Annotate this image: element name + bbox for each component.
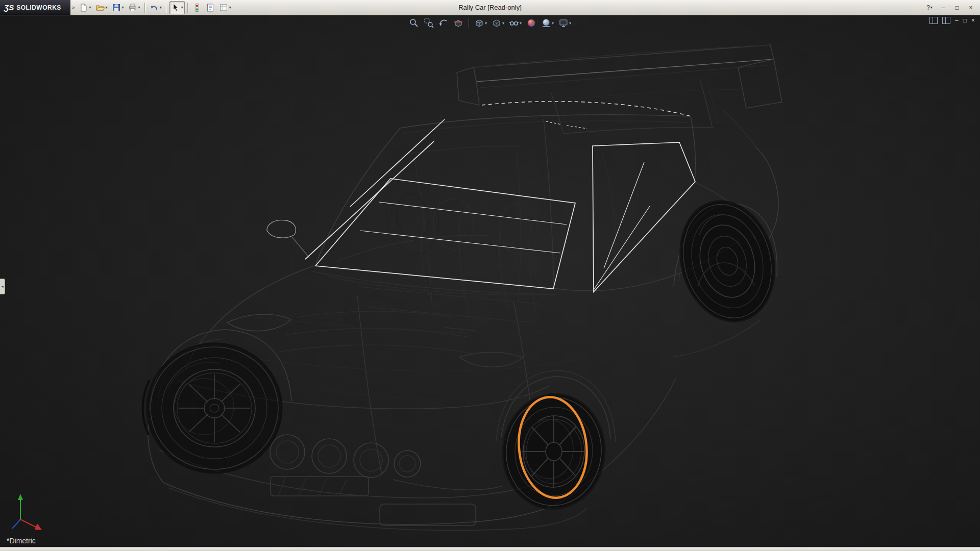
select-cursor-icon	[171, 3, 180, 12]
chevron-down-icon[interactable]: ▾	[89, 6, 91, 10]
open-button[interactable]: ▾	[94, 1, 109, 14]
minimize-button[interactable]: –	[937, 2, 949, 13]
section-view-icon	[453, 18, 463, 28]
document-window-controls: – □ ×	[929, 17, 975, 24]
print-icon	[128, 3, 137, 12]
previous-view-button[interactable]	[437, 17, 450, 29]
orientation-triad	[12, 494, 42, 530]
chevron-down-icon[interactable]: ▾	[552, 21, 554, 26]
status-bar-strip	[0, 547, 980, 551]
new-document-button[interactable]: ▾	[78, 1, 93, 14]
solidworks-brand-text: SOLIDWORKS	[16, 4, 61, 11]
graphics-area[interactable]: ▾ ▾ ▾ ▾ ▾ – □ × ◂ *Dimetric	[0, 0, 980, 551]
previous-view-icon	[438, 18, 449, 28]
rear-wing-wires	[457, 45, 782, 134]
rebuild-button[interactable]	[191, 1, 203, 14]
heads-up-view-toolbar: ▾ ▾ ▾ ▾ ▾	[408, 17, 572, 29]
chevron-down-icon[interactable]: ▾	[502, 21, 504, 26]
help-button[interactable]: ?▾	[923, 2, 936, 13]
flyout-arrow-icon: ◂	[1, 284, 3, 289]
select-button[interactable]: ▾	[169, 1, 185, 14]
front-lamp-pods	[270, 435, 421, 478]
undo-button[interactable]: ▾	[148, 1, 163, 14]
edit-appearance-button[interactable]	[525, 17, 537, 29]
chevron-down-icon: ▾	[930, 5, 933, 10]
view-settings-button[interactable]: ▾	[557, 17, 572, 29]
chevron-down-icon[interactable]: ▾	[229, 6, 231, 10]
display-style-icon	[492, 18, 502, 28]
chevron-down-icon[interactable]: ▾	[122, 6, 124, 10]
featuremanager-flyout-tab[interactable]: ◂	[0, 279, 5, 294]
options-icon	[219, 3, 228, 12]
new-document-icon	[79, 3, 88, 12]
toolbar-overflow-icon[interactable]: »	[72, 5, 75, 10]
zoom-to-fit-button[interactable]	[408, 17, 420, 29]
window-title: Rally Car [Read-only]	[458, 0, 522, 15]
chevron-down-icon[interactable]: ▾	[569, 21, 571, 26]
apply-scene-button[interactable]: ▾	[540, 17, 555, 29]
zoom-to-area-button[interactable]	[423, 17, 435, 29]
solidworks-logo: ƷS SOLIDWORKS	[0, 0, 70, 15]
section-view-button[interactable]	[452, 17, 464, 29]
apply-scene-icon	[541, 18, 551, 28]
chevron-down-icon[interactable]: ▾	[520, 21, 522, 26]
split-pane-horizontal-icon[interactable]	[942, 17, 950, 24]
options-button[interactable]: ▾	[217, 1, 233, 14]
window-controls: ?▾ – □ ×	[923, 0, 977, 15]
chevron-down-icon[interactable]: ▾	[181, 6, 183, 10]
display-style-button[interactable]: ▾	[491, 17, 505, 29]
hide-show-items-button[interactable]: ▾	[508, 17, 523, 29]
rear-left-wheel	[373, 167, 451, 266]
open-icon	[95, 3, 105, 12]
file-properties-button[interactable]	[204, 1, 216, 14]
close-button[interactable]: ×	[965, 2, 977, 13]
document-close-button[interactable]: ×	[971, 17, 975, 23]
rally-car-model-canvas[interactable]	[0, 0, 980, 551]
file-properties-icon	[206, 3, 215, 12]
document-restore-button[interactable]: □	[963, 17, 967, 23]
toolbar-separator	[144, 3, 145, 13]
document-minimize-button[interactable]: –	[955, 17, 959, 23]
view-settings-icon	[558, 18, 569, 28]
interior-wires	[328, 146, 551, 322]
toolbar-separator	[187, 3, 188, 13]
zoom-to-area-icon	[424, 18, 434, 28]
view-orientation-icon	[474, 18, 484, 28]
hide-show-items-icon	[509, 18, 519, 28]
split-pane-icon[interactable]	[929, 17, 938, 24]
zoom-to-fit-icon	[409, 18, 419, 28]
triad-y-arrow	[18, 494, 23, 500]
rebuild-icon	[192, 3, 202, 12]
chevron-down-icon[interactable]: ▾	[160, 6, 162, 10]
undo-icon	[150, 3, 159, 12]
front-right-wheel	[498, 390, 610, 514]
toolbar-separator	[469, 18, 469, 28]
rear-right-wheel	[667, 190, 788, 332]
view-orientation-label: *Dimetric	[7, 537, 36, 545]
print-button[interactable]: ▾	[127, 1, 142, 14]
help-icon: ?	[926, 4, 930, 11]
chevron-down-icon[interactable]: ▾	[106, 6, 108, 10]
chevron-down-icon[interactable]: ▾	[485, 21, 487, 26]
toolbar-separator	[166, 3, 167, 13]
title-bar: ƷS SOLIDWORKS » ▾ ▾ ▾ ▾ ▾ ▾ ▾ Rally Car …	[0, 0, 980, 15]
front-left-wheel	[143, 343, 282, 473]
save-icon	[112, 3, 121, 12]
chevron-down-icon[interactable]: ▾	[138, 6, 140, 10]
edit-appearance-icon	[526, 18, 536, 28]
save-button[interactable]: ▾	[110, 1, 126, 14]
maximize-button[interactable]: □	[951, 2, 963, 13]
view-orientation-button[interactable]: ▾	[473, 17, 488, 29]
solidworks-logo-glyph: ƷS	[4, 3, 14, 12]
